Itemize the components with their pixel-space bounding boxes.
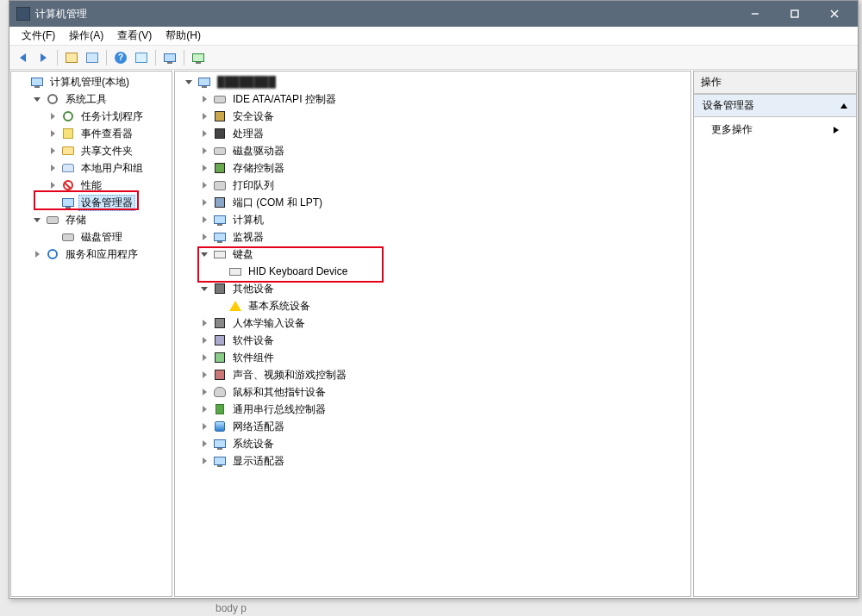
tree-performance[interactable]: 性能 (46, 177, 172, 194)
tree-disk-management[interactable]: 磁盘管理 (46, 228, 172, 246)
toolbar-button-7[interactable] (189, 48, 208, 67)
lock-icon (213, 109, 227, 123)
chevron-right-icon[interactable] (199, 404, 209, 414)
actions-pane: 操作 设备管理器 更多操作 (693, 71, 857, 597)
back-button[interactable] (13, 48, 32, 67)
tree-shared-folders[interactable]: 共享文件夹 (46, 142, 172, 159)
cat-soft-dev[interactable]: 软件设备 (197, 332, 690, 349)
tree-system-tools[interactable]: 系统工具 (30, 90, 172, 108)
menu-help[interactable]: 帮助(H) (159, 27, 208, 45)
chevron-right-icon[interactable] (47, 163, 58, 173)
mouse-icon (213, 385, 227, 399)
chevron-right-icon[interactable] (47, 146, 58, 156)
device-manager-pane[interactable]: ████████ IDE ATA/ATAPI 控制器 安全设备 处理器 磁盘驱动… (174, 71, 691, 597)
actions-more[interactable]: 更多操作 (694, 117, 856, 142)
disk-icon (61, 230, 75, 244)
chevron-right-icon[interactable] (199, 215, 209, 225)
chevron-down-icon[interactable] (32, 215, 42, 225)
cat-ide[interactable]: IDE ATA/ATAPI 控制器 (197, 90, 690, 108)
hid-icon (213, 316, 227, 330)
titlebar[interactable]: 计算机管理 (9, 1, 858, 27)
dev-hid-keyboard[interactable]: HID Keyboard Device (213, 263, 690, 280)
cat-cpu[interactable]: 处理器 (197, 125, 690, 142)
forward-button[interactable] (34, 48, 53, 67)
cat-cdrom[interactable]: 磁盘驱动器 (197, 142, 690, 159)
book-icon (61, 127, 75, 140)
chevron-right-icon[interactable] (199, 352, 209, 363)
chevron-right-icon[interactable] (199, 180, 209, 190)
menu-action[interactable]: 操作(A) (62, 27, 110, 45)
disk-icon (213, 144, 227, 158)
device-root[interactable]: ████████ (182, 73, 690, 90)
chevron-right-icon[interactable] (199, 456, 209, 466)
chevron-right-icon[interactable] (199, 94, 209, 104)
chevron-right-icon[interactable] (199, 197, 209, 208)
chevron-right-icon[interactable] (199, 387, 209, 397)
cat-keyboard[interactable]: 键盘 (197, 246, 690, 263)
cat-audio[interactable]: 声音、视频和游戏控制器 (197, 366, 690, 383)
chevron-right-icon[interactable] (199, 128, 209, 139)
cat-soft-comp[interactable]: 软件组件 (197, 349, 690, 366)
cat-computer[interactable]: 计算机 (197, 211, 690, 228)
chevron-right-icon[interactable] (199, 370, 209, 380)
tree-event-viewer[interactable]: 事件查看器 (46, 125, 172, 142)
svg-rect-1 (791, 10, 798, 17)
close-button[interactable] (815, 1, 854, 27)
cat-storage-ctrl[interactable]: 存储控制器 (197, 159, 690, 177)
services-icon (46, 247, 59, 261)
tree-root[interactable]: 计算机管理(本地) (15, 73, 172, 90)
cat-other[interactable]: 其他设备 (197, 280, 690, 297)
chevron-right-icon[interactable] (47, 128, 58, 139)
separator (184, 50, 184, 65)
chevron-down-icon[interactable] (199, 249, 209, 259)
minimize-button[interactable] (735, 1, 775, 27)
cat-security[interactable]: 安全设备 (197, 108, 690, 125)
chevron-right-icon[interactable] (199, 421, 209, 432)
chevron-right-icon[interactable] (47, 180, 58, 190)
help-button[interactable]: ? (111, 48, 130, 67)
maximize-button[interactable] (775, 1, 815, 27)
actions-section[interactable]: 设备管理器 (694, 94, 856, 117)
tree-local-users[interactable]: 本地用户和组 (46, 159, 172, 177)
cat-print[interactable]: 打印队列 (197, 177, 690, 194)
show-hide-tree-button[interactable] (62, 48, 81, 67)
console-tree-pane[interactable]: 计算机管理(本地) 系统工具 任务计划程序 事件查看器 (10, 71, 172, 597)
chevron-right-icon[interactable] (199, 335, 209, 345)
menu-file[interactable]: 文件(F) (15, 27, 62, 45)
chevron-right-icon[interactable] (47, 111, 58, 121)
content-area: 计算机管理(本地) 系统工具 任务计划程序 事件查看器 (9, 70, 858, 598)
toolbar-button-5[interactable] (132, 48, 151, 67)
cat-ports[interactable]: 端口 (COM 和 LPT) (197, 194, 690, 211)
actions-header: 操作 (694, 72, 856, 94)
tree-task-scheduler[interactable]: 任务计划程序 (46, 108, 172, 125)
storage-ctrl-icon (213, 161, 227, 175)
chevron-right-icon[interactable] (32, 249, 42, 259)
chevron-down-icon[interactable] (199, 283, 209, 294)
chevron-down-icon[interactable] (184, 77, 194, 87)
cat-display[interactable]: 显示适配器 (197, 452, 690, 470)
chevron-right-icon[interactable] (199, 232, 209, 242)
properties-button[interactable] (83, 48, 102, 67)
toolbar-button-6[interactable] (160, 48, 179, 67)
window-title: 计算机管理 (35, 7, 735, 22)
tree-storage[interactable]: 存储 (30, 211, 172, 228)
tree-services-apps[interactable]: 服务和应用程序 (30, 246, 172, 263)
cat-network[interactable]: 网络适配器 (197, 418, 690, 435)
chevron-down-icon[interactable] (32, 94, 42, 104)
computer-icon (30, 75, 44, 89)
cat-usb[interactable]: 通用串行总线控制器 (197, 401, 690, 418)
chevron-right-icon[interactable] (199, 163, 209, 173)
dev-base-system[interactable]: 基本系统设备 (213, 297, 690, 314)
no-icon (61, 178, 75, 192)
cat-system[interactable]: 系统设备 (197, 435, 690, 452)
cat-monitor[interactable]: 监视器 (197, 228, 690, 246)
chevron-right-icon[interactable] (199, 111, 209, 121)
printer-icon (213, 178, 227, 192)
cat-mouse[interactable]: 鼠标和其他指针设备 (197, 383, 690, 401)
cat-hid[interactable]: 人体学输入设备 (197, 314, 690, 332)
chevron-right-icon[interactable] (199, 439, 209, 449)
tree-device-manager[interactable]: 设备管理器 (46, 194, 172, 211)
chevron-right-icon[interactable] (199, 318, 209, 328)
menu-view[interactable]: 查看(V) (110, 27, 159, 45)
chevron-right-icon[interactable] (199, 146, 209, 156)
